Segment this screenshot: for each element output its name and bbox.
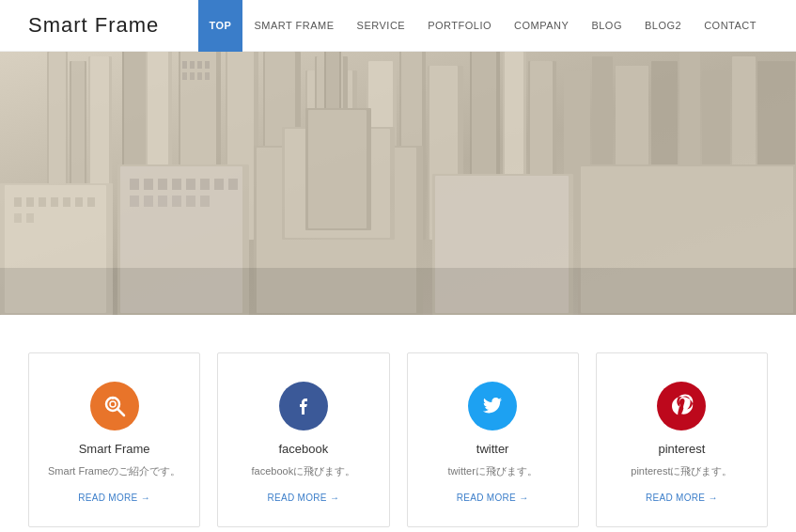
navigation: TOP SMART FRAME SERVICE PORTFOLIO COMPAN… [198,0,769,52]
svg-rect-53 [14,197,22,207]
card-twitter-link[interactable]: READ MORE → [457,493,529,503]
nav-item-top[interactable]: TOP [198,0,243,52]
svg-rect-55 [39,197,46,207]
svg-rect-72 [130,196,139,207]
card-facebook-desc: facebookに飛びます。 [252,463,356,479]
svg-rect-83 [308,110,367,228]
twitter-icon [468,382,517,430]
svg-rect-75 [172,196,181,207]
card-pinterest-link[interactable]: READ MORE → [646,493,718,503]
nav-item-service[interactable]: SERVICE [346,0,417,52]
nav-item-company[interactable]: COMPANY [503,0,580,52]
svg-rect-59 [87,197,95,207]
svg-rect-15 [197,61,202,69]
card-smart-frame-title: Smart Frame [79,442,150,456]
card-facebook-link[interactable]: READ MORE → [268,493,340,503]
svg-rect-18 [190,72,195,80]
svg-rect-68 [186,179,195,190]
svg-rect-66 [158,179,167,190]
card-smart-frame: Smart Frame Smart Frameのご紹介です。 READ MORE… [28,352,200,527]
svg-rect-73 [144,196,153,207]
svg-rect-58 [75,197,83,207]
card-twitter: twitter twitterに飛びます。 READ MORE → [407,352,579,527]
nav-item-portfolio[interactable]: PORTFOLIO [416,0,503,52]
nav-item-blog[interactable]: BLOG [580,0,633,52]
nav-item-contact[interactable]: CONTACT [693,0,768,52]
card-pinterest: pinterest pinterestに飛びます。 READ MORE → [596,352,768,527]
facebook-icon [279,382,328,430]
card-facebook: facebook facebookに飛びます。 READ MORE → [217,352,389,527]
svg-rect-76 [186,196,195,207]
card-twitter-desc: twitterに飛びます。 [447,463,537,479]
card-facebook-title: facebook [278,442,328,456]
svg-line-90 [117,409,124,415]
pinterest-icon [657,382,706,430]
svg-rect-57 [63,197,70,207]
svg-rect-77 [200,196,210,207]
svg-rect-74 [158,196,167,207]
svg-point-91 [110,401,116,407]
svg-rect-16 [205,61,210,69]
logo: Smart Frame [28,13,159,38]
svg-rect-19 [197,72,202,80]
svg-rect-88 [0,268,796,315]
header: Smart Frame TOP SMART FRAME SERVICE PORT… [0,0,796,52]
svg-rect-13 [182,61,187,69]
svg-rect-54 [26,197,34,207]
svg-rect-14 [190,61,195,69]
card-twitter-title: twitter [476,442,509,456]
svg-rect-60 [14,213,22,223]
svg-rect-56 [51,197,58,207]
svg-rect-65 [144,179,153,190]
card-smart-frame-link[interactable]: READ MORE → [78,493,150,503]
svg-rect-69 [200,179,210,190]
nav-item-blog2[interactable]: blog2 [633,0,693,52]
card-smart-frame-desc: Smart Frameのご紹介です。 [48,463,180,479]
svg-rect-61 [26,213,34,223]
svg-rect-20 [205,72,210,80]
smart-frame-icon [90,382,139,430]
hero-image [0,52,796,315]
svg-rect-67 [172,179,181,190]
cards-section: Smart Frame Smart Frameのご紹介です。 READ MORE… [0,315,796,532]
svg-rect-17 [182,72,187,80]
svg-rect-71 [228,179,238,190]
svg-rect-64 [130,179,139,190]
nav-item-smart-frame[interactable]: SMART FRAME [242,0,345,52]
svg-rect-70 [214,179,224,190]
card-pinterest-desc: pinterestに飛びます。 [631,463,732,479]
card-pinterest-title: pinterest [658,442,705,456]
